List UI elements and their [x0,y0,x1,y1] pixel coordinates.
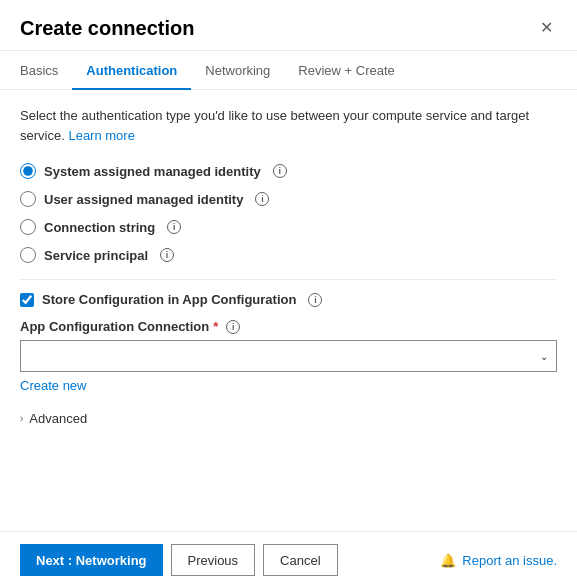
learn-more-link[interactable]: Learn more [68,128,134,143]
create-new-link[interactable]: Create new [20,378,86,393]
radio-system-managed-label: System assigned managed identity [44,164,261,179]
radio-connection-string-label: Connection string [44,220,155,235]
service-principal-info-icon[interactable]: i [160,248,174,262]
radio-user-managed-input[interactable] [20,191,36,207]
advanced-toggle-button[interactable]: › Advanced [20,407,87,430]
required-marker: * [213,319,218,334]
report-label: Report an issue. [462,553,557,568]
radio-service-principal-input[interactable] [20,247,36,263]
store-config-label: Store Configuration in App Configuration [42,292,296,307]
radio-system-managed-input[interactable] [20,163,36,179]
tab-networking[interactable]: Networking [191,51,284,90]
tab-basics[interactable]: Basics [20,51,72,90]
radio-connection-string-input[interactable] [20,219,36,235]
radio-service-principal-label: Service principal [44,248,148,263]
dialog-footer: Next : Networking Previous Cancel 🔔 Repo… [0,531,577,588]
advanced-label: Advanced [29,411,87,426]
app-config-dropdown[interactable]: ⌄ [20,340,557,372]
app-config-info-icon[interactable]: i [226,320,240,334]
radio-service-principal[interactable]: Service principal i [20,247,557,263]
chevron-right-icon: › [20,413,23,424]
store-config-row: Store Configuration in App Configuration… [20,292,557,307]
report-icon: 🔔 [440,553,456,568]
user-managed-info-icon[interactable]: i [255,192,269,206]
description-text: Select the authentication type you'd lik… [20,106,557,145]
chevron-down-icon: ⌄ [540,351,548,362]
app-config-field-label: App Configuration Connection * i [20,319,557,334]
store-config-info-icon[interactable]: i [308,293,322,307]
divider [20,279,557,280]
radio-user-managed[interactable]: User assigned managed identity i [20,191,557,207]
system-managed-info-icon[interactable]: i [273,164,287,178]
store-config-checkbox[interactable] [20,293,34,307]
connection-string-info-icon[interactable]: i [167,220,181,234]
radio-system-managed[interactable]: System assigned managed identity i [20,163,557,179]
radio-user-managed-label: User assigned managed identity [44,192,243,207]
radio-connection-string[interactable]: Connection string i [20,219,557,235]
next-button[interactable]: Next : Networking [20,544,163,576]
dialog-title: Create connection [20,17,194,40]
advanced-section: › Advanced [20,407,557,430]
auth-type-radio-group: System assigned managed identity i User … [20,163,557,263]
previous-button[interactable]: Previous [171,544,256,576]
tab-review-create[interactable]: Review + Create [284,51,408,90]
cancel-button[interactable]: Cancel [263,544,337,576]
tab-authentication[interactable]: Authentication [72,51,191,90]
create-connection-dialog: Create connection ✕ Basics Authenticatio… [0,0,577,588]
tab-content: Select the authentication type you'd lik… [0,90,577,531]
report-issue-link[interactable]: 🔔 Report an issue. [440,553,557,568]
dialog-header: Create connection ✕ [0,0,577,51]
tab-bar: Basics Authentication Networking Review … [0,51,577,90]
close-button[interactable]: ✕ [536,16,557,40]
